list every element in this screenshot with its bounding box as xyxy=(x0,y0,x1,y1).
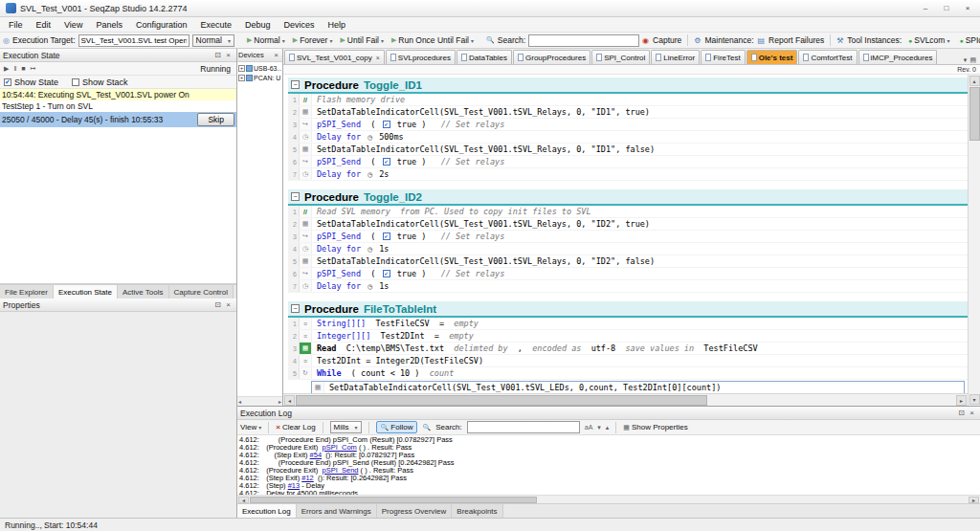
code-step[interactable]: 1//Flash memory drive xyxy=(288,94,968,106)
show-stack-checkbox[interactable]: Show Stack xyxy=(72,77,128,87)
scroll-left-icon[interactable]: ◂ xyxy=(238,497,249,503)
log-search-input[interactable] xyxy=(467,421,580,433)
scroll-right-icon[interactable]: ▸ xyxy=(278,398,281,405)
search-prev-icon[interactable]: ▴ xyxy=(606,424,610,431)
code-step[interactable]: 6↪pSPI_Send ( ✔ true ) // Set relays xyxy=(288,156,968,168)
code-step[interactable]: 2▦SetDataTableIndicatorCell(SVL_Test_V00… xyxy=(288,218,968,231)
log-horizontal-scrollbar[interactable]: ◂ ▸ xyxy=(237,495,980,503)
show-properties-button[interactable]: ▦Show Properties xyxy=(623,423,687,431)
clear-log-button[interactable]: ×Clear Log xyxy=(276,423,315,431)
close-icon[interactable]: × xyxy=(957,2,978,14)
menu-file[interactable]: File xyxy=(2,18,30,32)
code-step[interactable]: 5↻While ( count < 10 ) count xyxy=(288,367,968,380)
code-step[interactable]: 4◷Delay for ◷ 1s xyxy=(288,243,968,255)
pin-icon[interactable]: ⊡ xyxy=(212,300,223,309)
match-case-icon[interactable]: aA xyxy=(585,424,593,431)
menu-devices[interactable]: Devices xyxy=(278,18,322,32)
scroll-up-icon[interactable]: ▴ xyxy=(969,76,980,86)
step-icon[interactable]: ↦ xyxy=(31,65,36,73)
editor-tab-svl-test-v001-copy[interactable]: SVL_Test_V001_copy× xyxy=(284,50,385,64)
play-icon[interactable]: ▶ xyxy=(4,65,9,73)
devices-scrollbar[interactable]: ◂▸ xyxy=(237,396,282,406)
execution-state-row[interactable]: 10:54:44: Executing SVL_Test_V001.SVL po… xyxy=(0,89,236,100)
collapse-icon[interactable]: − xyxy=(291,192,300,201)
tool-instance-spicom[interactable]: ●SPIcom▾ xyxy=(956,34,980,46)
execution-state-row[interactable]: TestStep 1 - Turn on SVL xyxy=(0,100,236,112)
editor-tab-imcp-procedures[interactable]: iMCP_Procedures xyxy=(858,50,938,64)
code-step[interactable]: 3↪pSPI_Send ( ✔ true ) // Set relays xyxy=(288,119,968,131)
code-step[interactable]: 5▦SetDataTableIndicatorCell(SVL_Test_V00… xyxy=(288,144,968,156)
code-step[interactable]: 5▦SetDataTableIndicatorCell(SVL_Test_V00… xyxy=(288,255,968,268)
code-step[interactable]: 4≡Test2DInt = Integer2D(TestFileCSV) xyxy=(288,355,968,367)
horizontal-scrollbar[interactable]: ◂ ▸ xyxy=(283,393,968,406)
menu-execute[interactable]: Execute xyxy=(193,18,238,32)
menu-panels[interactable]: Panels xyxy=(89,18,129,32)
code-step[interactable]: ▦SetDataTableIndicatorCell(SVL_Test_V001… xyxy=(312,382,964,393)
show-state-checkbox[interactable]: ✔Show State xyxy=(4,77,58,87)
pin-icon[interactable]: ⊡ xyxy=(956,409,967,417)
tab-active-tools[interactable]: Active Tools xyxy=(118,285,169,299)
scroll-right-icon[interactable]: ▸ xyxy=(969,497,979,503)
procedure-header[interactable]: −ProcedureToggle_ID1 xyxy=(288,77,968,94)
execution-state-row[interactable]: 25050 / 45000 - Delay 45(s) - finish 10:… xyxy=(0,112,236,127)
procedure-header[interactable]: −ProcedureToggle_ID2 xyxy=(288,189,968,206)
view-menu-button[interactable]: View▾ xyxy=(240,423,261,431)
tool-instance-svlcom[interactable]: ●SVLcom▾ xyxy=(905,34,952,46)
menu-help[interactable]: Help xyxy=(322,18,353,32)
code-step[interactable]: 3▦Read C:\temp\BMS\Test.txt delimted by … xyxy=(288,343,968,355)
close-icon[interactable]: × xyxy=(376,55,380,61)
stop-icon[interactable]: ■ xyxy=(21,65,25,72)
run-button-until-fail[interactable]: ▶Until Fail▾ xyxy=(337,34,386,46)
editor-tab-firetest[interactable]: FireTest xyxy=(701,50,745,64)
editor-tab-comforttest[interactable]: ComfortTest xyxy=(798,50,857,64)
device-item[interactable]: +PCAN: U… xyxy=(238,75,281,81)
run-button-run-once-until-fail[interactable]: ▶Run Once Until Fail▾ xyxy=(389,34,477,46)
maintenance-label[interactable]: Maintenance: xyxy=(704,35,753,45)
tab-list-icon[interactable]: ▤ xyxy=(969,56,976,64)
code-step[interactable]: 3↪pSPI_Send ( ✔ true ) // Set relays xyxy=(288,231,968,243)
vertical-scrollbar[interactable]: ▴ ▾ xyxy=(968,75,980,406)
editor-tab-svlprocedures[interactable]: SVLprocedures xyxy=(386,50,456,64)
tab-file-explorer[interactable]: File Explorer xyxy=(0,285,54,299)
scrollbar-thumb[interactable] xyxy=(969,87,980,141)
minimize-icon[interactable]: – xyxy=(915,2,936,14)
editor-tab-datatables[interactable]: DataTables xyxy=(457,50,512,64)
maximize-icon[interactable]: □ xyxy=(936,2,957,14)
tab-capture-control[interactable]: Capture Control xyxy=(169,285,234,299)
menu-edit[interactable]: Edit xyxy=(30,18,58,32)
editor-tab-lineerror[interactable]: LineError xyxy=(651,50,700,64)
editor-tab-groupprocedures[interactable]: GroupProcedures xyxy=(513,50,590,64)
pin-icon[interactable]: ⊡ xyxy=(212,51,223,59)
editor-tab-ole-s-test[interactable]: Ole's test xyxy=(746,50,798,64)
close-icon[interactable]: × xyxy=(967,409,977,417)
procedure-header[interactable]: −ProcedureFileToTableInt xyxy=(288,301,968,318)
expand-icon[interactable]: + xyxy=(238,65,245,72)
menu-configuration[interactable]: Configuration xyxy=(129,18,194,32)
scroll-left-icon[interactable]: ◂ xyxy=(238,398,241,405)
code-step[interactable]: 1//Read SVL memory from PC. Used to copy… xyxy=(288,206,968,218)
code-step[interactable]: 6↪pSPI_Send ( ✔ true ) // Set relays xyxy=(288,268,968,280)
follow-toggle[interactable]: 🔍Follow xyxy=(376,421,418,433)
device-item[interactable]: +USB-63… xyxy=(238,65,281,72)
tab-breakpoints[interactable]: Breakpoints xyxy=(452,504,502,518)
tab-scroll-icon[interactable]: ▾ xyxy=(964,56,968,64)
execution-target-input[interactable] xyxy=(78,34,189,47)
tab-execution-log[interactable]: Execution Log xyxy=(237,504,297,518)
tab-progress-overview[interactable]: Progress Overview xyxy=(377,504,453,518)
search-input[interactable] xyxy=(528,34,639,47)
pause-icon[interactable]: ‖ xyxy=(13,65,16,72)
scroll-left-icon[interactable]: ◂ xyxy=(284,395,295,406)
search-next-icon[interactable]: ▾ xyxy=(597,424,601,431)
collapse-icon[interactable]: − xyxy=(291,304,300,313)
close-icon[interactable]: × xyxy=(223,51,234,59)
expand-icon[interactable]: + xyxy=(238,75,245,81)
skip-button[interactable]: Skip xyxy=(197,113,234,126)
scroll-down-icon[interactable]: ▾ xyxy=(969,394,980,405)
editor-tab-spi-control[interactable]: SPI_Control xyxy=(591,50,650,64)
code-step[interactable]: 2▦SetDataTableIndicatorCell(SVL_Test_V00… xyxy=(288,106,968,119)
mode-select[interactable]: Normal▾ xyxy=(192,34,234,47)
tab-execution-state[interactable]: Execution State xyxy=(54,285,118,299)
report-failures-button[interactable]: Report Failures xyxy=(768,35,824,45)
capture-button[interactable]: Capture xyxy=(653,35,681,45)
scrollbar-thumb[interactable] xyxy=(296,395,707,406)
